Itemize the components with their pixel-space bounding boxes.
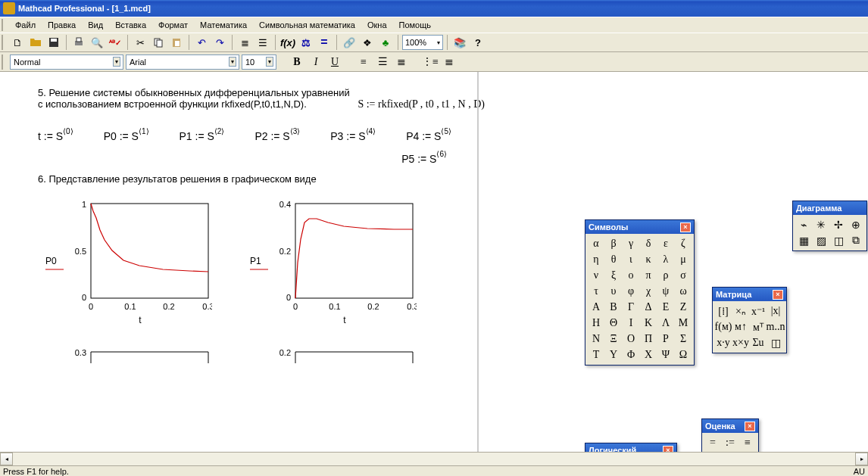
palette-cell[interactable]: Π bbox=[640, 331, 657, 347]
palette-diagram[interactable]: Диаграмма ⌁✳✢⊕▦▨◫⧉ bbox=[792, 201, 867, 251]
palette-cell[interactable]: ≡ bbox=[739, 435, 756, 450]
palette-cell[interactable]: Μ bbox=[675, 316, 692, 331]
menu-edit[interactable]: Правка bbox=[42, 19, 82, 31]
align-left-button[interactable]: ≡ bbox=[355, 54, 372, 70]
palette-cell[interactable]: Ω bbox=[675, 347, 692, 362]
palette-cell[interactable]: ρ bbox=[657, 268, 674, 283]
palette-cell[interactable]: ◫ bbox=[767, 335, 784, 350]
palette-cell[interactable]: Υ bbox=[605, 347, 622, 362]
palette-cell[interactable]: λ bbox=[657, 252, 674, 267]
open-button[interactable] bbox=[27, 34, 44, 51]
palette-cell[interactable]: Φ bbox=[623, 347, 639, 362]
menu-insert[interactable]: Вставка bbox=[109, 19, 152, 31]
scroll-track[interactable] bbox=[13, 453, 855, 465]
align-button[interactable]: ≣ bbox=[236, 34, 253, 51]
spellcheck-button[interactable]: ᴬᴮ✓ bbox=[107, 34, 123, 51]
palette-cell[interactable]: ▨ bbox=[813, 233, 829, 248]
units-button[interactable]: ⚖ bbox=[298, 34, 314, 51]
palette-cell[interactable]: Σu bbox=[750, 335, 767, 350]
palette-cell[interactable]: ψ bbox=[657, 284, 674, 299]
horizontal-scrollbar[interactable]: ◂ ▸ bbox=[0, 452, 868, 465]
menu-format[interactable]: Формат bbox=[152, 19, 194, 31]
save-button[interactable] bbox=[45, 34, 62, 51]
palette-cell[interactable]: π bbox=[640, 268, 657, 283]
palette-cell[interactable]: Ι bbox=[623, 316, 639, 331]
palette-cell[interactable]: Θ bbox=[605, 316, 622, 331]
palette-cell[interactable]: ◫ bbox=[830, 233, 847, 248]
formatbar-grip[interactable] bbox=[2, 54, 6, 70]
preview-button[interactable]: 🔍 bbox=[89, 34, 105, 51]
menu-help[interactable]: Помощь bbox=[393, 19, 438, 31]
palette-cell[interactable]: Η bbox=[588, 316, 604, 331]
palette-cell[interactable]: Λ bbox=[657, 316, 674, 331]
copy-button[interactable] bbox=[150, 34, 167, 51]
calc-button[interactable]: = bbox=[316, 34, 333, 51]
palette-cell[interactable]: κ bbox=[640, 252, 657, 267]
palette-cell[interactable]: [⁞] bbox=[715, 303, 732, 319]
align2-button[interactable]: ☰ bbox=[254, 34, 271, 51]
numbering-button[interactable]: ≣ bbox=[441, 54, 457, 70]
palette-cell[interactable]: ⧉ bbox=[848, 233, 864, 248]
palette-cell[interactable]: := bbox=[722, 435, 738, 450]
palette-cell[interactable]: f(м) bbox=[715, 319, 732, 334]
undo-button[interactable]: ↶ bbox=[193, 34, 210, 51]
palette-cell[interactable]: Σ bbox=[675, 331, 692, 347]
palette-matrix[interactable]: Матрица× [⁞]×ₙx⁻¹|x|f(м)м↑мᵀm..nx·yx×yΣu… bbox=[712, 287, 787, 353]
component2-button[interactable]: ♣ bbox=[377, 34, 394, 51]
menubar-grip[interactable] bbox=[2, 19, 6, 31]
palette-cell[interactable]: α bbox=[588, 236, 604, 251]
palette-cell[interactable]: τ bbox=[588, 284, 604, 299]
close-icon[interactable]: × bbox=[745, 422, 755, 431]
palette-cell[interactable]: Ν bbox=[588, 331, 604, 347]
palette-cell[interactable]: ε bbox=[657, 236, 674, 251]
menu-view[interactable]: Вид bbox=[82, 19, 109, 31]
menu-file[interactable]: Файл bbox=[9, 19, 42, 31]
palette-cell[interactable]: γ bbox=[623, 236, 639, 251]
palette-cell[interactable]: Δ bbox=[640, 300, 657, 315]
close-icon[interactable]: × bbox=[680, 222, 691, 232]
align-right-button[interactable]: ≣ bbox=[393, 54, 410, 70]
palette-cell[interactable]: ✳ bbox=[813, 217, 829, 232]
font-dropdown[interactable]: Arial bbox=[126, 54, 239, 70]
cut-button[interactable]: ✂ bbox=[132, 34, 148, 51]
palette-cell[interactable]: x×y bbox=[732, 335, 749, 350]
palette-cell[interactable]: м↑ bbox=[732, 319, 749, 334]
align-center-button[interactable]: ☰ bbox=[374, 54, 391, 70]
scroll-left-button[interactable]: ◂ bbox=[0, 453, 13, 465]
component-button[interactable]: ❖ bbox=[359, 34, 376, 51]
palette-cell[interactable]: Χ bbox=[640, 347, 657, 362]
palette-cell[interactable]: ν bbox=[588, 268, 604, 283]
palette-cell[interactable]: υ bbox=[605, 284, 622, 299]
palette-cell[interactable]: Ρ bbox=[657, 331, 674, 347]
palette-cell[interactable]: μ bbox=[675, 252, 692, 267]
palette-cell[interactable]: m..n bbox=[767, 319, 784, 334]
palette-cell[interactable]: χ bbox=[640, 284, 657, 299]
palette-cell[interactable]: φ bbox=[623, 284, 639, 299]
palette-cell[interactable]: ο bbox=[623, 268, 639, 283]
bold-button[interactable]: B bbox=[289, 54, 305, 70]
palette-cell[interactable]: Β bbox=[605, 300, 622, 315]
palette-cell[interactable]: δ bbox=[640, 236, 657, 251]
fontsize-dropdown[interactable]: 10 bbox=[242, 54, 276, 70]
palette-cell[interactable]: ▦ bbox=[795, 233, 812, 248]
toolbar-grip[interactable] bbox=[2, 35, 6, 50]
new-button[interactable]: 🗋 bbox=[9, 34, 26, 51]
palette-cell[interactable]: Ζ bbox=[675, 300, 692, 315]
close-icon[interactable]: × bbox=[773, 290, 783, 300]
palette-cell[interactable]: |x| bbox=[767, 303, 784, 319]
scroll-right-button[interactable]: ▸ bbox=[855, 453, 868, 465]
bullets-button[interactable]: ⋮≡ bbox=[422, 54, 439, 70]
resource-button[interactable]: 📚 bbox=[451, 34, 468, 51]
chart-p0[interactable]: P0 1 0.5 0 0 0.1 0.2 0.3 t bbox=[68, 200, 212, 325]
italic-button[interactable]: I bbox=[308, 54, 324, 70]
palette-cell[interactable]: Ε bbox=[657, 300, 674, 315]
document-area[interactable]: 5. Решение системы обыкновенных дифферен… bbox=[0, 72, 477, 452]
palette-cell[interactable]: η bbox=[588, 252, 604, 267]
palette-cell[interactable]: ξ bbox=[605, 268, 622, 283]
help-button[interactable]: ? bbox=[470, 34, 486, 51]
palette-cell[interactable]: ι bbox=[623, 252, 639, 267]
palette-cell[interactable]: ζ bbox=[675, 236, 692, 251]
palette-symbols[interactable]: Символы× αβγδεζηθικλμνξοπρστυφχψωΑΒΓΔΕΖΗ… bbox=[585, 219, 695, 366]
palette-cell[interactable]: θ bbox=[605, 252, 622, 267]
palette-cell[interactable]: x·y bbox=[715, 335, 732, 350]
